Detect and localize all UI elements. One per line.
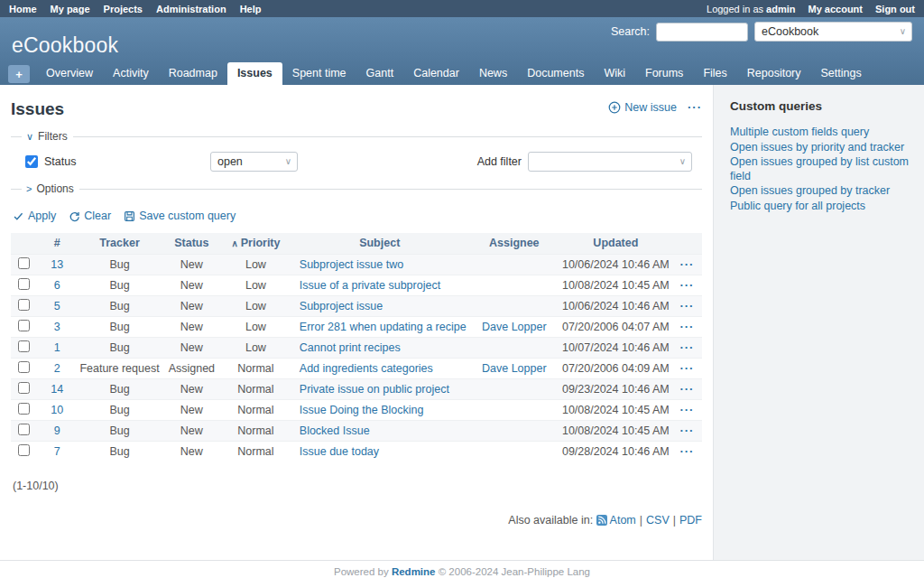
status-operator-select[interactable]: open ∨	[210, 152, 298, 172]
column-header-priority[interactable]: ∧Priority	[221, 233, 291, 254]
issue-status: New	[162, 420, 221, 441]
top-menu-item-my-page[interactable]: My page	[51, 4, 90, 14]
tab-news[interactable]: News	[469, 62, 517, 85]
chevron-right-icon: >	[26, 183, 32, 194]
tab-repository[interactable]: Repository	[737, 62, 811, 85]
project-jump-select[interactable]: eCookbook ∨	[754, 22, 912, 42]
apply-button[interactable]: Apply	[13, 210, 56, 222]
column-header-tracker[interactable]: Tracker	[77, 233, 162, 254]
custom-query-open-issues-by-priority-and-tracker[interactable]: Open issues by priority and tracker	[730, 141, 911, 155]
tab-gantt[interactable]: Gantt	[356, 62, 404, 85]
tab-overview[interactable]: Overview	[36, 62, 103, 85]
row-actions-button[interactable]: ···	[679, 320, 694, 333]
filters-toggle[interactable]: ∨ Filters	[22, 130, 73, 143]
redmine-link[interactable]: Redmine	[392, 566, 436, 577]
tab-spent-time[interactable]: Spent time	[282, 62, 356, 85]
issue-id-link[interactable]: 1	[54, 341, 60, 354]
row-select-checkbox[interactable]	[18, 320, 30, 331]
row-actions-button[interactable]: ···	[679, 299, 694, 312]
tab-documents[interactable]: Documents	[517, 62, 594, 85]
row-actions-button[interactable]: ···	[679, 278, 694, 292]
quick-search: Search: eCookbook ∨	[611, 22, 912, 42]
custom-query-open-issues-grouped-by-tracker[interactable]: Open issues grouped by tracker	[730, 184, 911, 199]
options-toggle[interactable]: > Options	[22, 182, 79, 195]
issue-subject-link[interactable]: Issue Doing the Blocking	[300, 404, 424, 416]
row-select-checkbox[interactable]	[18, 424, 30, 435]
issue-subject-link[interactable]: Subproject issue	[300, 300, 383, 312]
row-select-checkbox[interactable]	[18, 278, 30, 290]
tab-calendar[interactable]: Calendar	[403, 62, 469, 85]
tab-activity[interactable]: Activity	[103, 62, 159, 85]
column-header-assignee[interactable]: Assignee	[469, 233, 559, 254]
issue-id-link[interactable]: 3	[54, 321, 60, 333]
column-header-status[interactable]: Status	[162, 233, 221, 254]
issue-id-link[interactable]: 7	[54, 445, 60, 458]
status-filter-checkbox[interactable]	[25, 155, 38, 168]
issue-subject-link[interactable]: Add ingredients categories	[300, 362, 433, 375]
issue-id-link[interactable]: 5	[54, 300, 60, 312]
new-issue-button[interactable]: New issue	[608, 101, 677, 114]
top-menu-item-my-account[interactable]: My account	[808, 4, 863, 14]
row-actions-button[interactable]: ···	[679, 403, 694, 416]
custom-query-open-issues-grouped-by-list-custom-field[interactable]: Open issues grouped by list custom field	[730, 155, 911, 183]
row-select-checkbox[interactable]	[18, 361, 30, 373]
row-actions-button[interactable]: ···	[679, 444, 694, 458]
status-operator[interactable]: open	[211, 153, 297, 171]
top-menu-item-administration[interactable]: Administration	[156, 4, 226, 14]
top-menu-item-help[interactable]: Help	[240, 4, 262, 14]
issue-subject-link[interactable]: Subproject issue two	[300, 258, 403, 271]
export-csv-link[interactable]: CSV	[646, 514, 670, 527]
top-menu-item-sign-out[interactable]: Sign out	[875, 4, 915, 14]
issue-subject-link[interactable]: Error 281 when updating a recipe	[300, 321, 467, 333]
row-select-checkbox[interactable]	[18, 340, 30, 352]
custom-query-public-query-for-all-projects[interactable]: Public query for all projects	[730, 200, 911, 214]
row-select-checkbox[interactable]	[18, 299, 30, 311]
tab-files[interactable]: Files	[693, 62, 736, 85]
issue-subject-link[interactable]: Issue due today	[300, 445, 379, 458]
export-atom-link[interactable]: Atom	[610, 514, 636, 527]
issue-subject-link[interactable]: Private issue on public project	[300, 383, 449, 396]
row-actions-button[interactable]: ···	[679, 424, 694, 437]
column-header-subject[interactable]: Subject	[291, 233, 469, 254]
tab-forums[interactable]: Forums	[635, 62, 693, 85]
top-menu-item-projects[interactable]: Projects	[104, 4, 143, 14]
issue-subject-link[interactable]: Blocked Issue	[300, 424, 370, 437]
export-pdf-link[interactable]: PDF	[679, 514, 702, 527]
more-actions-button[interactable]: ···	[688, 100, 702, 114]
issue-subject-link[interactable]: Issue of a private subproject	[300, 279, 440, 292]
issue-assignee-link[interactable]: Dave Lopper	[482, 321, 547, 333]
tab-roadmap[interactable]: Roadmap	[159, 62, 227, 85]
row-actions-button[interactable]: ···	[679, 361, 694, 375]
row-actions-button[interactable]: ···	[679, 257, 694, 271]
issue-id-link[interactable]: 6	[54, 279, 60, 292]
add-filter-select[interactable]: ∨	[528, 152, 692, 172]
custom-query-multiple-custom-fields-query[interactable]: Multiple custom fields query	[730, 126, 911, 140]
issue-id-link[interactable]: 13	[51, 258, 63, 271]
row-select-checkbox[interactable]	[18, 403, 30, 415]
row-select-checkbox[interactable]	[18, 257, 30, 269]
issue-id-link[interactable]: 2	[54, 362, 60, 375]
row-actions-button[interactable]: ···	[679, 340, 694, 354]
tab-settings[interactable]: Settings	[811, 62, 872, 85]
add-filter[interactable]	[529, 153, 691, 171]
issue-updated: 07/20/2006 04:07 AM	[559, 316, 672, 337]
issue-assignee-link[interactable]: Dave Lopper	[482, 362, 547, 375]
issue-id-link[interactable]: 9	[54, 424, 60, 437]
new-object-button[interactable]: +	[8, 65, 30, 83]
column-header-id[interactable]: #	[37, 233, 77, 254]
issue-status: New	[162, 441, 221, 461]
issue-id-link[interactable]: 10	[51, 404, 63, 416]
row-actions-button[interactable]: ···	[679, 382, 694, 396]
tab-issues[interactable]: Issues	[227, 62, 282, 85]
issue-id-link[interactable]: 14	[51, 383, 63, 396]
tab-wiki[interactable]: Wiki	[594, 62, 635, 85]
save-custom-query-button[interactable]: Save custom query	[124, 210, 236, 222]
project-select[interactable]: eCookbook	[755, 23, 911, 41]
top-menu-item-home[interactable]: Home	[9, 4, 37, 14]
issue-subject-link[interactable]: Cannot print recipes	[300, 341, 401, 354]
row-select-checkbox[interactable]	[18, 444, 30, 456]
clear-button[interactable]: Clear	[69, 210, 111, 222]
search-input[interactable]	[656, 23, 748, 42]
column-header-updated[interactable]: Updated	[559, 233, 672, 254]
row-select-checkbox[interactable]	[18, 382, 30, 394]
